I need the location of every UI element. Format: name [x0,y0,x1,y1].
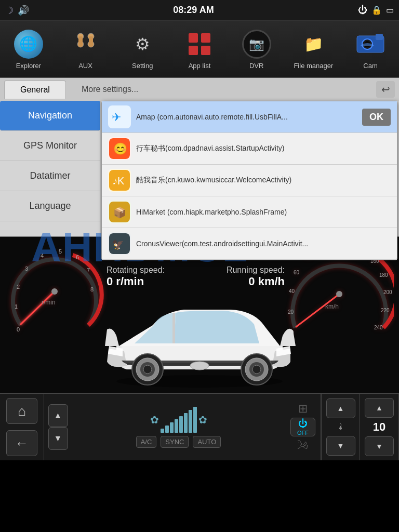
auto-button[interactable]: AUTO [193,436,221,448]
svg-text:200: 200 [383,289,392,295]
dropdown-item-xingche[interactable]: 😊 行车秘书(com.dpadnavi.assist.StartupActivi… [102,133,397,165]
app-filemanager[interactable]: 📁 File manager [290,29,337,70]
back-nav-button[interactable]: ← [6,430,37,456]
setting-label: Setting [132,62,153,70]
fan-bar-3 [170,422,174,433]
settings-body: Navigation GPS Monitor Datatimer Languag… [0,101,399,236]
himarket-icon: 📦 [108,201,131,223]
fan-bar-1 [161,429,164,433]
nav-section: ⌂ ← [0,394,44,460]
temp-left-up-button[interactable]: ▲ [326,398,355,418]
home-button[interactable]: ⌂ [6,398,37,424]
svg-text:6: 6 [76,254,79,260]
svg-text:5: 5 [59,248,62,255]
svg-point-38 [336,291,342,297]
sidebar-item-datatimer[interactable]: Datatimer [0,161,100,191]
svg-point-60 [252,365,261,374]
vent-mode-icon: 🌬 [297,438,309,452]
svg-text:📦: 📦 [113,206,126,219]
cronus-icon: 🦅 [108,232,131,255]
fan-bar-4 [175,419,178,433]
tab-more[interactable]: More settings... [66,81,154,98]
bottom-bar: ⌂ ← ▲ ▼ ✿ ✿ [0,393,399,460]
cronus-text: CronusViewer(com.test.androidsettingui.M… [136,240,391,248]
folder-icon: 📁 [299,30,328,59]
svg-text:3: 3 [25,265,28,272]
dvr-label: DVR [249,62,263,70]
svg-rect-7 [201,33,210,43]
vent-icon: ⊞ [298,402,308,416]
vol-down-button[interactable]: ▼ [365,436,394,456]
status-bar: ☽ 🔊 08:29 AM ⏻ 🔒 ▭ [0,0,399,21]
svg-rect-5 [89,36,93,47]
power-off-button[interactable]: ⏻ OFF [290,418,315,436]
svg-text:180: 180 [379,272,388,278]
dropdown-item-himarket[interactable]: 📦 HiMarket (com.hiapk.marketpho.SplashFr… [102,196,397,228]
app-applist[interactable]: App list [176,29,223,70]
fan-speed-control: ▲ ▼ [46,404,70,450]
clock: 08:29 AM [173,5,214,16]
aux-label: AUX [78,62,92,70]
svg-rect-9 [201,46,210,55]
sidebar-item-language[interactable]: Language [0,191,100,221]
dropdown-item-amap[interactable]: ✈ Amap (com.autonavi.auto.remote.fill.Us… [102,101,397,133]
svg-text:7: 7 [87,267,90,273]
ac-button[interactable]: A/C [136,436,157,448]
fan-up-button[interactable]: ▲ [48,404,68,427]
app-explorer[interactable]: 🌐 Explorer [5,29,52,70]
cam-icon [356,30,385,59]
fan-bar-6 [184,413,188,433]
aux-icon-container [70,29,101,60]
svg-rect-4 [78,36,83,47]
settings-tabs: General More settings... ↩ [0,78,399,101]
svg-point-65 [190,362,209,370]
back-button[interactable]: ↩ [376,81,395,98]
vol-up-button[interactable]: ▲ [365,398,394,418]
globe-icon: 🌐 [14,30,43,59]
temp-left-icon: 🌡 [337,422,345,432]
svg-text:😊: 😊 [113,142,128,156]
moon-icon: ☽ [5,5,14,16]
app-aux[interactable]: AUX [62,29,109,70]
sidebar-item-gps[interactable]: GPS Monitor [0,131,100,161]
xingche-icon: 😊 [108,137,131,160]
sync-button[interactable]: SYNC [161,436,189,448]
svg-point-64 [143,365,152,374]
applist-icon-container [184,29,215,60]
cam-label: Cam [363,62,377,70]
svg-text:2: 2 [17,284,20,290]
fan-bars [161,407,197,433]
explorer-label: Explorer [16,62,41,70]
app-cam[interactable]: Cam [347,29,394,70]
dropdown-item-kuwo[interactable]: ♪K 酷我音乐(cn.kuwo.kwmusiccar.WelcomeActivi… [102,165,397,196]
svg-text:8: 8 [90,286,94,292]
svg-text:0: 0 [17,326,20,332]
sidebar-item-navigation[interactable]: Navigation [0,101,100,131]
ok-button[interactable]: OK [362,109,391,126]
amap-icon: ✈ [108,105,131,128]
app-setting[interactable]: ⚙ Setting [119,29,166,70]
volume-display: 10 [373,420,385,434]
dashboard: 0 1 2 3 4 5 6 7 8 r/min Rotating speed: … [0,237,399,393]
app-bar: 🌐 Explorer AUX ⚙ Setting [0,21,399,78]
settings-panel: General More settings... ↩ Navigation GP… [0,78,399,237]
screen-icon: ▭ [386,5,394,15]
rpm-gauge: 0 1 2 3 4 5 6 7 8 r/min [5,242,104,341]
status-right: ⏻ 🔒 ▭ [358,5,394,16]
tab-general[interactable]: General [4,81,66,99]
temp-left-down-button[interactable]: ▼ [326,436,355,456]
dropdown-item-cronus[interactable]: 🦅 CronusViewer(com.test.androidsettingui… [102,228,397,260]
fan-bar-8 [193,407,197,433]
himarket-text: HiMarket (com.hiapk.marketpho.SplashFram… [136,208,391,216]
svg-text:60: 60 [294,270,300,275]
fan-down-button[interactable]: ▼ [48,427,68,450]
svg-text:4: 4 [41,252,44,259]
svg-text:220: 220 [381,308,390,313]
cam-icon-container [355,29,386,60]
app-dvr[interactable]: 📷 DVR [233,29,280,70]
power-circle-icon: ⏻ [298,418,308,429]
climate-section: ▲ ▼ ✿ ✿ A/C SYNC [44,394,321,460]
vent-section: ⊞ ⏻ OFF 🌬 [287,402,318,452]
temp-left-display: 🌡 [337,422,345,432]
svg-text:r/min: r/min [42,299,56,306]
